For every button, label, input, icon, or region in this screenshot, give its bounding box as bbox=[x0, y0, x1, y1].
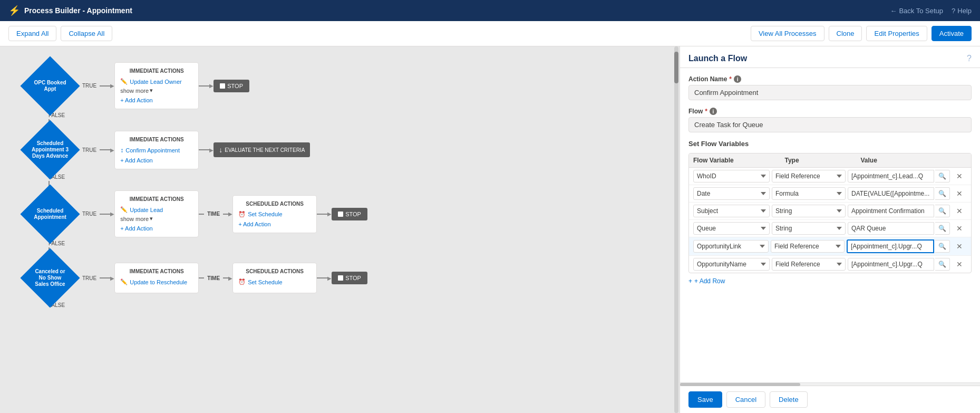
false-label-1: FALSE bbox=[21, 112, 658, 118]
toolbar-left: Expand All Collapse All bbox=[8, 26, 112, 41]
action-update-lead-owner[interactable]: Update Lead Owner bbox=[120, 78, 193, 85]
diamond-scheduled-appt[interactable]: Scheduled Appointment bbox=[21, 193, 79, 235]
var-whoid-value-wrapper: 🔍 bbox=[848, 170, 950, 183]
view-all-processes-button[interactable]: View All Processes bbox=[751, 26, 824, 41]
action-set-schedule-3[interactable]: Set Schedule bbox=[238, 211, 311, 218]
toolbar-right: View All Processes Clone Edit Properties… bbox=[751, 26, 972, 41]
var-opplink-delete-button[interactable]: ✕ bbox=[952, 241, 967, 252]
var-oppname-type-select[interactable]: Field Reference bbox=[772, 258, 846, 271]
node1-to-stop: ▶ bbox=[199, 83, 214, 89]
diamond-opc-booked-appt[interactable]: OPC Booked Appt bbox=[21, 65, 79, 107]
add-row-button[interactable]: + + Add Row bbox=[688, 277, 972, 285]
var-queue-type-select[interactable]: String bbox=[772, 222, 846, 235]
panel-body: Action Name * i Flow * i Set Flow Variab… bbox=[680, 68, 980, 382]
stop-button-1[interactable]: STOP bbox=[214, 80, 249, 92]
delete-button[interactable]: Delete bbox=[770, 391, 808, 408]
node3-to-stop: ▶ bbox=[317, 211, 332, 217]
stop-icon-4 bbox=[338, 275, 343, 281]
header-value: Value bbox=[861, 157, 950, 164]
var-subject-delete-button[interactable]: ✕ bbox=[952, 206, 967, 216]
var-oppname-select[interactable]: OpportunityName bbox=[693, 258, 770, 271]
var-whoid-select[interactable]: WhoID bbox=[693, 170, 770, 183]
var-queue-select[interactable]: Queue bbox=[693, 222, 770, 235]
add-action-2[interactable]: + Add Action bbox=[120, 157, 193, 164]
false-label-3: FALSE bbox=[21, 241, 658, 246]
add-action-3[interactable]: + Add Action bbox=[120, 225, 193, 232]
stop-button-4[interactable]: STOP bbox=[332, 272, 367, 284]
action-set-schedule-4[interactable]: Set Schedule bbox=[238, 278, 311, 285]
var-whoid-search-button[interactable]: 🔍 bbox=[935, 170, 950, 183]
var-subject-select[interactable]: Subject bbox=[693, 205, 770, 217]
var-opplink-search-button[interactable]: 🔍 bbox=[935, 240, 950, 253]
var-subject-search-button[interactable]: 🔍 bbox=[935, 205, 950, 217]
diamond-canceled-no-show[interactable]: Canceled or No Show Sales Office bbox=[21, 257, 79, 299]
var-row-opportunity-link: OpportunityLink Field Reference 🔍 ✕ bbox=[689, 237, 971, 256]
var-date-value-input[interactable] bbox=[848, 187, 934, 200]
var-opplink-value-input[interactable] bbox=[847, 239, 934, 253]
var-opplink-type-select[interactable]: Field Reference bbox=[771, 240, 845, 253]
flow-input[interactable] bbox=[688, 117, 972, 132]
action-name-info-icon[interactable]: i bbox=[734, 75, 741, 83]
var-oppname-search-button[interactable]: 🔍 bbox=[935, 258, 950, 271]
action-box-node4-scheduled: SCHEDULED ACTIONS Set Schedule bbox=[232, 263, 317, 293]
var-queue-search-button[interactable]: 🔍 bbox=[935, 222, 950, 235]
action-box-node1: IMMEDIATE ACTIONS Update Lead Owner show… bbox=[114, 62, 199, 109]
var-date-delete-button[interactable]: ✕ bbox=[952, 188, 967, 199]
var-oppname-value-input[interactable] bbox=[848, 258, 934, 271]
var-queue-value-input[interactable] bbox=[848, 222, 934, 235]
stop-icon-3 bbox=[338, 212, 343, 217]
process-flow: OPC Booked Appt TRUE ▶ IMMEDIATE ACTIONS… bbox=[11, 57, 669, 314]
action-update-to-reschedule[interactable]: Update to Reschedule bbox=[120, 278, 193, 285]
var-date-type-select[interactable]: Formula bbox=[772, 187, 846, 200]
var-whoid-type-select[interactable]: Field Reference bbox=[772, 170, 846, 183]
edit-properties-button[interactable]: Edit Properties bbox=[866, 26, 927, 41]
expand-all-button[interactable]: Expand All bbox=[8, 26, 56, 41]
save-button[interactable]: Save bbox=[688, 391, 722, 408]
back-to-setup-link[interactable]: ← Back To Setup bbox=[890, 7, 943, 15]
canvas-scroll-area: OPC Booked Appt TRUE ▶ IMMEDIATE ACTIONS… bbox=[0, 46, 680, 413]
action-name-input[interactable] bbox=[688, 85, 972, 100]
header-actions: ← Back To Setup ? Help bbox=[890, 7, 972, 15]
node1-connectors: TRUE ▶ bbox=[79, 83, 114, 89]
back-arrow-icon: ← bbox=[890, 7, 897, 15]
clone-button[interactable]: Clone bbox=[829, 26, 862, 41]
var-subject-type-select[interactable]: String bbox=[772, 205, 846, 217]
help-link[interactable]: ? Help bbox=[952, 7, 972, 15]
var-opplink-select[interactable]: OpportunityLink bbox=[693, 240, 769, 253]
var-date-select[interactable]: Date bbox=[693, 187, 770, 200]
panel-help-icon[interactable]: ? bbox=[967, 54, 972, 63]
var-row-subject: Subject String 🔍 ✕ bbox=[689, 203, 971, 220]
v-line-3 bbox=[21, 247, 658, 257]
var-date-search-button[interactable]: 🔍 bbox=[935, 187, 950, 200]
canvas[interactable]: OPC Booked Appt TRUE ▶ IMMEDIATE ACTIONS… bbox=[0, 46, 680, 413]
activate-button[interactable]: Activate bbox=[932, 26, 972, 41]
collapse-all-button[interactable]: Collapse All bbox=[61, 26, 112, 41]
clock-icon-3 bbox=[238, 211, 246, 218]
action-update-lead[interactable]: Update Lead bbox=[120, 206, 193, 213]
action-confirm-appointment[interactable]: Confirm Appointment bbox=[120, 147, 193, 154]
help-icon: ? bbox=[952, 7, 955, 15]
var-whoid-delete-button[interactable]: ✕ bbox=[952, 171, 967, 181]
var-subject-value-input[interactable] bbox=[848, 205, 934, 217]
clock-icon-4 bbox=[238, 278, 246, 285]
diamond-scheduled-3days[interactable]: Scheduled Appointment 3 Days Advance bbox=[21, 129, 79, 171]
var-oppname-delete-button[interactable]: ✕ bbox=[952, 259, 967, 270]
stop-button-3[interactable]: STOP bbox=[332, 208, 367, 220]
add-action-1[interactable]: + Add Action bbox=[120, 97, 193, 103]
evaluate-next-criteria-button[interactable]: ↓ EVALUATE THE NEXT CRITERIA bbox=[214, 142, 310, 157]
add-scheduled-action-3[interactable]: + Add Action bbox=[238, 221, 311, 227]
node3-time-connector: TIME ▶ bbox=[199, 211, 232, 217]
show-more-3[interactable]: show more ▾ bbox=[120, 215, 193, 222]
var-oppname-value-wrapper: 🔍 bbox=[848, 258, 950, 271]
pencil-icon-3 bbox=[120, 206, 128, 213]
cancel-button[interactable]: Cancel bbox=[726, 391, 765, 408]
node2-to-eval: ▶ bbox=[199, 147, 214, 153]
canvas-vertical-scrollbar[interactable] bbox=[674, 46, 678, 413]
show-more-1[interactable]: show more ▾ bbox=[120, 87, 193, 94]
action-box-node3-scheduled: SCHEDULED ACTIONS Set Schedule + Add Act… bbox=[232, 195, 317, 233]
false-label-2: FALSE bbox=[21, 174, 658, 180]
chevron-down-icon-3: ▾ bbox=[150, 215, 153, 222]
var-whoid-value-input[interactable] bbox=[848, 170, 934, 183]
var-queue-delete-button[interactable]: ✕ bbox=[952, 223, 967, 234]
flow-info-icon[interactable]: i bbox=[710, 108, 717, 115]
